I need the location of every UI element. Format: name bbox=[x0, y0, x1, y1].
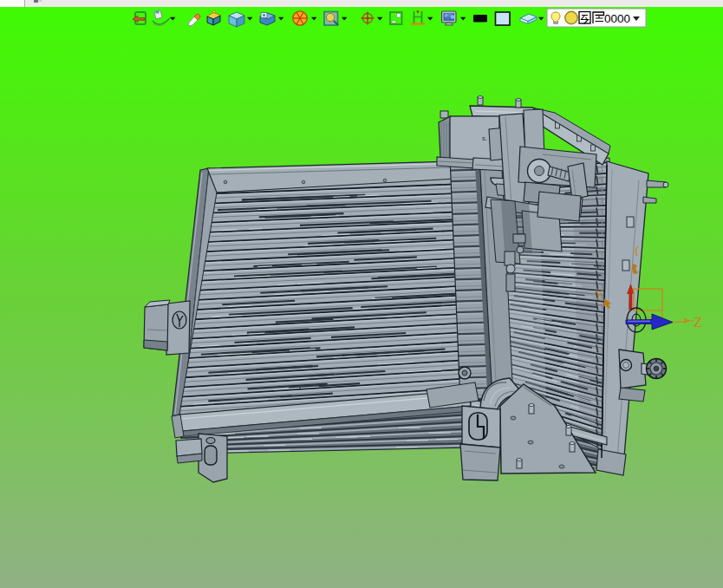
svg-text:Z: Z bbox=[694, 314, 702, 330]
svg-text:0000: 0000 bbox=[604, 12, 630, 25]
svg-text:s.: s. bbox=[482, 134, 487, 142]
